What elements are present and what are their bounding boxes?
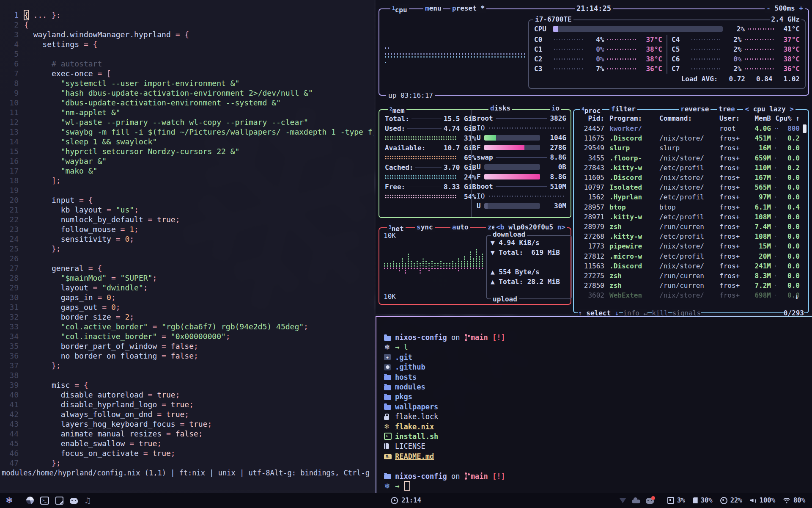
editor-line[interactable]: 22 numlock_by_default = true; xyxy=(0,215,374,224)
proc-row[interactable]: 27812.micro-w/etc/profilfros+20M0.0 xyxy=(577,251,800,261)
editor-line[interactable]: 4 settings = { xyxy=(0,39,374,49)
editor-line[interactable]: 19 xyxy=(0,185,374,195)
file-list-item[interactable]: LICENSE xyxy=(384,442,812,451)
editor-line[interactable]: 18 ]; xyxy=(0,176,374,185)
proc-row[interactable]: 27850zsh/run/currenfros+7.2M0.0 xyxy=(577,281,800,290)
editor-line[interactable]: 6 # autostart xyxy=(0,59,374,69)
editor-line[interactable]: 30 gaps_in = 0; xyxy=(0,293,374,302)
file-list-item[interactable]: .git xyxy=(384,352,812,362)
editor-line[interactable]: 47 }; xyxy=(0,458,374,468)
editor-window[interactable]: 1{ ... }:2{3 wayland.windowManager.hyprl… xyxy=(0,0,374,490)
proc-scrollbar[interactable] xyxy=(803,124,807,133)
editor-line[interactable]: 24 sensitivity = 0; xyxy=(0,234,374,244)
editor-line[interactable]: 15 "hyprctl setcursor Nordzy-cursors 22 … xyxy=(0,146,374,156)
terminal-icon[interactable] xyxy=(40,497,49,505)
proc-row[interactable]: 28957btopbtopfros+6.1M0.4 xyxy=(577,202,800,212)
proc-row[interactable]: 11675.Discord/nix/store/fros+451M0.2 xyxy=(577,133,800,143)
editor-line[interactable]: 25 }; xyxy=(0,244,374,254)
editor-line[interactable]: 41 disable_hyprland_logo = true; xyxy=(0,400,374,409)
editor-line[interactable]: 42 always_follow_on_dnd = true; xyxy=(0,409,374,419)
editor-line[interactable]: 36 no_border_on_floating = false; xyxy=(0,351,374,361)
editor-line[interactable]: 20 input = { xyxy=(0,195,374,205)
net-box-title[interactable]: 3net xyxy=(387,223,406,232)
editor-line[interactable]: 46 focus_on_activate = true; xyxy=(0,448,374,458)
preset-button[interactable]: preset * xyxy=(450,4,486,13)
file-list-item[interactable]: pkgs xyxy=(384,392,812,402)
wifi-down-icon[interactable] xyxy=(619,498,626,503)
editor-line[interactable]: 2{ xyxy=(0,20,374,30)
wifi-module[interactable]: 80% xyxy=(783,497,805,504)
cpu-module[interactable]: 3% xyxy=(667,497,685,504)
editor-line[interactable]: 10 "dbus-update-activation-environment -… xyxy=(0,98,374,108)
file-list-item[interactable]: flake.lock xyxy=(384,412,812,422)
editor-line[interactable]: 35 border_part_of_window = false; xyxy=(0,341,374,351)
music-icon[interactable]: ♫ xyxy=(84,496,91,505)
editor-line[interactable]: 5 xyxy=(0,49,374,59)
editor-line[interactable]: 37 }; xyxy=(0,361,374,370)
proc-sort-selector[interactable]: < cpu lazy > xyxy=(743,105,796,113)
btop-window[interactable]: 1cpu menu preset * 21:14:25 - 500ms + i7… xyxy=(376,0,812,314)
file-list-item[interactable]: flake.nix xyxy=(384,422,812,431)
editor-line[interactable]: 43 layers_hog_keyboard_focus = true; xyxy=(0,419,374,429)
editor-line[interactable]: 13 "swaybg -m fill -i $(find ~/Pictures/… xyxy=(0,127,374,137)
proc-row[interactable]: 1773pipewire/nix/store/fros+15M0.0 xyxy=(577,241,800,251)
editor-line[interactable]: 45 enable_swallow = true; xyxy=(0,439,374,448)
editor-line[interactable]: 26 xyxy=(0,254,374,263)
file-list-item[interactable]: wallpapers xyxy=(384,402,812,411)
menu-button[interactable]: menu xyxy=(423,4,443,13)
proc-row[interactable]: 11605.Discord/nix/store/fros+167M0.0 xyxy=(577,173,800,182)
editor-line[interactable]: 3 wayland.windowManager.hyprland = { xyxy=(0,30,374,39)
disk-module[interactable]: 22% xyxy=(720,497,742,504)
proc-row[interactable]: 28971.kitty-w/etc/profilfros+108M0.0 xyxy=(577,212,800,222)
discord-badge-icon[interactable] xyxy=(646,498,654,504)
editor-line[interactable]: 17 "mako &" xyxy=(0,166,374,176)
file-list-item[interactable]: install.sh xyxy=(384,431,812,441)
editor-line[interactable]: 29 layout = "dwindle"; xyxy=(0,283,374,293)
editor-line[interactable]: 16 "waybar &" xyxy=(0,156,374,166)
discord-icon[interactable] xyxy=(70,498,78,504)
net-auto-toggle[interactable]: auto xyxy=(450,223,470,232)
editor-line[interactable]: 11 "nm-applet &" xyxy=(0,108,374,117)
cpu-box-title[interactable]: 1cpu xyxy=(390,4,409,13)
proc-tree-toggle[interactable]: tree xyxy=(717,105,737,113)
editor-line[interactable]: 39 misc = { xyxy=(0,380,374,390)
editor-line[interactable]: 23 follow_mouse = 1; xyxy=(0,224,374,234)
proc-row[interactable]: 27268.kitty-w/etc/profilfros+108M0.0 xyxy=(577,232,800,241)
waybar-clock[interactable]: 21:14 xyxy=(391,497,421,504)
editor-line[interactable]: 9 "hash dbus-update-activation-environme… xyxy=(0,88,374,98)
file-list-item[interactable]: README.md xyxy=(384,451,812,461)
proc-row[interactable]: 1562.Hyprlan/etc/profilfros+97M0.0 xyxy=(577,192,800,202)
editor-line[interactable]: 1{ ... }: xyxy=(0,10,374,20)
editor-line[interactable]: 28 "$mainMod" = "SUPER"; xyxy=(0,273,374,283)
proc-row[interactable]: 10797Isolated/nix/store/fros+565M0.0 xyxy=(577,182,800,192)
shell-command-line[interactable]: ❄→ l xyxy=(384,342,812,352)
terminal-window[interactable]: nixos-config on main [!]❄→ l.git.githubh… xyxy=(376,316,812,498)
editor-line[interactable]: 31 gaps_out = 0; xyxy=(0,302,374,312)
editor-line[interactable]: 33 "col.active_border" = "rgb(cba6f7) rg… xyxy=(0,322,374,331)
proc-row[interactable]: 27275zsh/run/currenfros+8.3M0.0 xyxy=(577,271,800,281)
volume-module[interactable]: 100% xyxy=(750,497,775,504)
floorp-icon[interactable] xyxy=(26,497,34,504)
disks-io-toggle[interactable]: io xyxy=(550,104,561,113)
proc-scroll-down-arrow[interactable]: ↓ xyxy=(795,293,799,301)
editor-line[interactable]: 32 border_size = 2; xyxy=(0,312,374,322)
proc-row[interactable]: 28979zsh/run/currenfros+7.4M0.0 xyxy=(577,222,800,232)
file-list-item[interactable]: .github xyxy=(384,362,812,372)
proc-row[interactable]: 3455.floorp-/nix/store/fros+659M0.0 xyxy=(577,153,800,163)
file-list-item[interactable]: modules xyxy=(384,382,812,392)
disks-title[interactable]: disks xyxy=(488,104,512,113)
editor-line[interactable]: 21 kb_layout = "us"; xyxy=(0,205,374,215)
proc-row[interactable]: 24457kworker/root4.0G800 xyxy=(577,124,800,133)
file-list-item[interactable]: hosts xyxy=(384,372,812,382)
nixos-logo-icon[interactable]: ❄ xyxy=(5,495,13,505)
editor-line[interactable]: 7 exec-once = [ xyxy=(0,69,374,78)
proc-row[interactable]: 3602WebExten/nix/store/fros+698M0.0 xyxy=(577,290,800,300)
editor-line[interactable]: 38 xyxy=(0,370,374,380)
editor-line[interactable]: 14 "sleep 1 && swaylock" xyxy=(0,137,374,146)
editor-line[interactable]: 12 "wl-paste --primary --watch wl-copy -… xyxy=(0,117,374,127)
update-interval-control[interactable]: - 500ms + xyxy=(765,4,805,13)
editor-line[interactable]: 34 "col.inactive_border" = "0x00000000"; xyxy=(0,331,374,341)
proc-row[interactable]: 11563.Discord/nix/store/fros+241M0.0 xyxy=(577,261,800,271)
editor-line[interactable]: 44 animate_manual_resizes = false; xyxy=(0,429,374,439)
notes-icon[interactable] xyxy=(55,497,63,505)
